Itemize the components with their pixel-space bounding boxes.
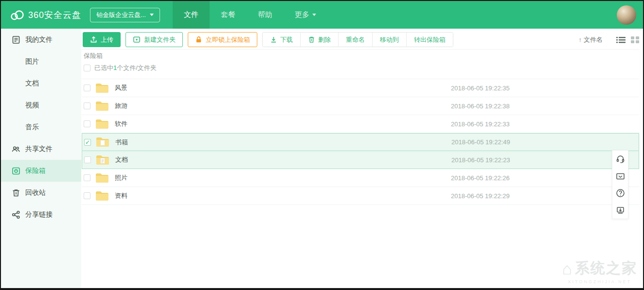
floating-helper-toolbar (612, 150, 628, 219)
new-folder-button[interactable]: 新建文件夹 (125, 32, 183, 47)
folder-icon (96, 101, 108, 111)
view-toggle (616, 36, 639, 44)
file-name: 旅游 (115, 102, 127, 110)
selection-text: 已选中1个文件/文件夹 (94, 64, 157, 72)
file-modified-date: 2018-06-05 19:22:38 (451, 102, 510, 110)
folder-icon (96, 119, 108, 129)
folder-icon (96, 173, 108, 183)
download-icon (270, 36, 277, 43)
chevron-down-icon (150, 14, 154, 16)
sort-by-filename[interactable]: ↑ 文件名 (579, 35, 603, 44)
help-icon (616, 188, 625, 198)
watermark-subtitle: XITONGZHIJIA.NET (562, 279, 637, 284)
file-row[interactable]: 旅游 2018-06-05 19:22:38 (82, 97, 639, 115)
file-name: 书籍 (115, 138, 128, 147)
file-modified-date: 2018-06-05 19:22:29 (451, 192, 510, 200)
help-button[interactable] (612, 185, 628, 202)
sidebar: 我的文件 图片 文档 视频 音乐 共享文件 保险箱 (1, 29, 81, 288)
file-modified-date: 2018-06-05 19:22:23 (451, 156, 510, 164)
folder-with-document-icon (96, 155, 109, 165)
app-header: 360安全云盘 铂金版企业云盘... 文件 套餐 帮助 更多 (1, 1, 643, 29)
file-name: 文档 (115, 155, 128, 164)
file-row-hovered[interactable]: 文档 2018-06-05 19:22:23 (82, 151, 639, 169)
row-checkbox[interactable] (84, 174, 90, 181)
file-name: 风景 (115, 84, 127, 92)
row-checkbox-checked[interactable] (84, 139, 91, 146)
sidebar-item-documents[interactable]: 文档 (1, 72, 81, 94)
row-checkbox[interactable] (84, 102, 90, 109)
row-checkbox[interactable] (84, 120, 90, 127)
nav-tab-plans[interactable]: 套餐 (210, 1, 247, 29)
sidebar-item-shared-files[interactable]: 共享文件 (1, 138, 81, 160)
select-all-checkbox[interactable] (84, 65, 90, 71)
grid-view-icon[interactable] (631, 36, 639, 44)
main-content: 上传 新建文件夹 (81, 29, 643, 288)
file-row[interactable]: 风景 2018-06-05 19:22:35 (82, 79, 639, 97)
upload-button[interactable]: 上传 (83, 32, 121, 47)
sidebar-item-share-links[interactable]: 分享链接 (1, 204, 81, 225)
folder-icon (96, 83, 108, 93)
nav-tab-help[interactable]: 帮助 (247, 1, 284, 29)
chevron-down-icon (312, 14, 316, 16)
transfer-out-safe-button[interactable]: 转出保险箱 (406, 33, 453, 47)
nav-tab-more[interactable]: 更多 (284, 1, 327, 29)
window-frame: 360安全云盘 铂金版企业云盘... 文件 套餐 帮助 更多 我的文件 (0, 0, 644, 290)
sidebar-item-safe-box[interactable]: 保险箱 (1, 160, 81, 182)
feedback-mail-button[interactable] (612, 168, 628, 185)
rename-button[interactable]: 重命名 (338, 33, 372, 47)
customer-service-button[interactable] (612, 151, 628, 168)
main-nav: 文件 套餐 帮助 更多 (173, 1, 327, 29)
file-modified-date: 2018-06-05 19:22:26 (451, 174, 510, 182)
new-folder-icon (133, 36, 141, 43)
safe-box-icon (12, 167, 20, 175)
share-icon (12, 210, 20, 219)
upload-icon (90, 36, 97, 43)
file-actions-group: 下载 删除 重命名 移动到 转出保险箱 (262, 32, 453, 47)
app-logo[interactable]: 360安全云盘 (1, 9, 81, 21)
file-name: 软件 (115, 119, 127, 128)
user-avatar[interactable] (617, 5, 636, 25)
watermark-title: 系统之家 (575, 258, 637, 278)
file-name: 照片 (115, 173, 127, 182)
list-view-icon[interactable] (616, 36, 626, 44)
trash-icon (12, 188, 20, 197)
file-row[interactable]: 资料 2018-06-05 19:22:29 (82, 187, 639, 205)
mail-icon (616, 172, 625, 180)
row-checkbox[interactable] (84, 85, 90, 91)
client-download-icon (616, 206, 625, 215)
folder-icon (96, 191, 108, 201)
lock-safe-button[interactable]: 立即锁上保险箱 (188, 32, 257, 47)
move-to-button[interactable]: 移动到 (372, 33, 406, 47)
sort-ascending-icon: ↑ (579, 36, 582, 43)
sidebar-item-pictures[interactable]: 图片 (1, 51, 81, 72)
house-icon: ⌂ (562, 260, 572, 277)
file-list: 风景 2018-06-05 19:22:35 旅游 2018-06-05 19:… (82, 79, 639, 205)
file-modified-date: 2018-06-05 19:22:35 (451, 85, 510, 92)
nav-tab-files[interactable]: 文件 (173, 1, 210, 29)
file-row[interactable]: 软件 2018-06-05 19:22:33 (82, 115, 639, 133)
file-row[interactable]: 照片 2018-06-05 19:22:26 (82, 169, 639, 187)
lock-icon (195, 36, 202, 43)
sidebar-item-music[interactable]: 音乐 (1, 116, 81, 138)
sidebar-item-videos[interactable]: 视频 (1, 94, 81, 116)
people-icon (12, 145, 20, 154)
folder-with-document-icon (96, 137, 109, 147)
file-name: 资料 (115, 191, 127, 200)
file-toolbar: 上传 新建文件夹 (81, 29, 643, 50)
scrollbar-track[interactable] (639, 29, 643, 288)
sidebar-item-recycle-bin[interactable]: 回收站 (1, 182, 81, 204)
delete-button[interactable]: 删除 (300, 33, 338, 47)
plan-selector-label: 铂金版企业云盘... (96, 11, 146, 19)
file-modified-date: 2018-06-05 19:22:33 (451, 120, 510, 128)
file-row-selected[interactable]: 书籍 2018-06-05 19:22:49 (82, 133, 639, 151)
trash-icon (308, 36, 315, 43)
download-button[interactable]: 下载 (263, 33, 300, 47)
row-checkbox[interactable] (84, 156, 91, 163)
sidebar-item-my-files[interactable]: 我的文件 (1, 29, 81, 51)
row-checkbox[interactable] (84, 192, 90, 199)
client-download-button[interactable] (612, 202, 628, 219)
logo-cloud-icon (10, 9, 24, 21)
watermark: ⌂ 系统之家 XITONGZHIJIA.NET (562, 258, 637, 284)
selection-summary: 已选中1个文件/文件夹 (84, 64, 157, 72)
plan-selector-dropdown[interactable]: 铂金版企业云盘... (90, 8, 160, 22)
